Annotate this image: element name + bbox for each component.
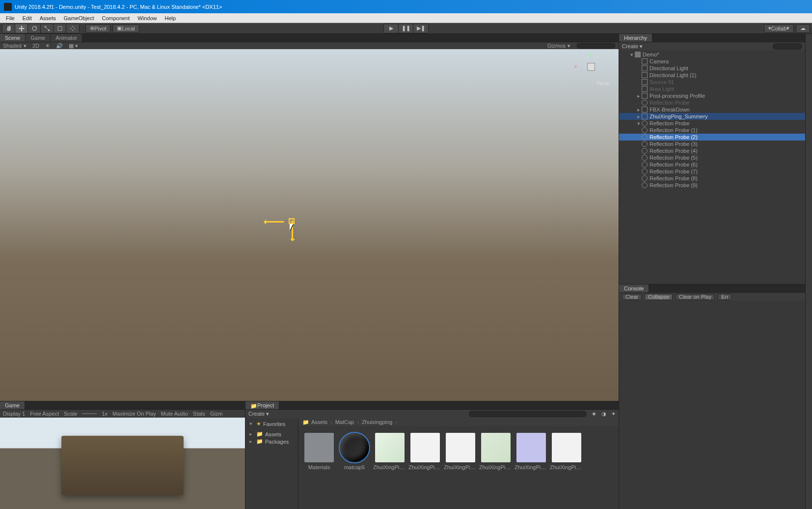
tab-game-bottom[interactable]: Game [0,401,25,409]
unity-icon [4,3,12,11]
tree-assets[interactable]: ▸📁Assets [245,430,298,438]
hierarchy-item[interactable]: Area Light [619,85,805,92]
hierarchy-item[interactable]: ▸Post-processing Profile [619,92,805,99]
asset-item[interactable]: matcap5 [339,433,370,502]
asset-item[interactable]: ZhuiXingPing… [551,433,582,502]
light-toggle-icon[interactable]: ☀ [45,43,50,49]
tab-project[interactable]: 📁Project [245,401,279,409]
hierarchy-item[interactable]: Reflection Probe (1) [619,127,805,134]
stats-toggle[interactable]: Stats [193,411,205,417]
2d-toggle[interactable]: 2D [32,43,39,49]
orientation-cube-icon [587,63,595,71]
collab-dropdown[interactable]: ▾ Collab ▾ [764,24,794,33]
console-collapse-toggle[interactable]: Collapse [645,294,673,300]
asset-item[interactable]: ZhuiXingPing… [480,433,512,502]
gizmos-game-toggle[interactable]: Gizm [210,411,223,417]
hierarchy-item-label: Camera [650,58,669,64]
asset-item[interactable]: Materials [303,433,335,502]
scale-label: Scale [64,411,78,417]
hierarchy-item[interactable]: Reflection Probe [619,99,805,106]
project-search[interactable] [469,411,587,417]
hierarchy-item[interactable]: Reflection Probe (6) [619,161,805,168]
tab-animator[interactable]: Animator [51,34,82,42]
asset-item[interactable]: ZhuiXingPing… [409,433,441,502]
audio-toggle-icon[interactable]: 🔊 [56,43,63,49]
asset-name-label: ZhuiXingPing… [514,464,548,470]
menu-edit[interactable]: Edit [19,14,36,22]
tab-console[interactable]: Console [619,284,649,292]
rotate-tool[interactable] [28,24,41,33]
mouse-cursor-icon [290,224,297,233]
cloud-button[interactable]: ☁ [796,24,810,33]
menu-file[interactable]: File [2,14,19,22]
save-search-icon[interactable]: ✦ [611,411,616,417]
hierarchy-item[interactable]: Camera [619,58,805,65]
aspect-dropdown[interactable]: Free Aspect [30,411,59,417]
display-dropdown[interactable]: Display 1 [3,411,25,417]
play-button[interactable]: ▶ [384,24,399,33]
hierarchy-item[interactable]: Reflection Probe (7) [619,168,805,175]
asset-item[interactable]: ZhuiXingPing… [445,433,476,502]
asset-name-label: ZhuiXingPing… [550,464,583,470]
crumb-assets[interactable]: 📁Assets [302,419,327,425]
hierarchy-item-label: Post-processing Profile [650,93,705,99]
transform-tool[interactable] [66,24,79,33]
hand-tool[interactable] [2,24,15,33]
tab-hierarchy[interactable]: Hierarchy [619,34,652,42]
hierarchy-item[interactable]: ▸ZhuiXingPing_Summery [619,113,805,120]
shading-mode-dropdown[interactable]: Shaded ▾ [3,43,27,49]
asset-item[interactable]: ZhuiXingPing… [515,433,547,502]
hierarchy-item[interactable]: Reflection Probe (8) [619,175,805,182]
menu-component[interactable]: Component [98,14,134,22]
menu-help[interactable]: Help [161,14,180,22]
asset-item[interactable]: ZhuiXingPing… [374,433,406,502]
game-tab-row: Game [0,401,245,410]
hierarchy-item[interactable]: ▸FBX-BreakDown [619,106,805,113]
perspective-label[interactable]: Persp [597,81,610,86]
scene-viewport[interactable]: y x Persp [0,49,619,401]
crumb-matcap[interactable]: MatCap [335,419,354,425]
hierarchy-item[interactable]: Reflection Probe (3) [619,141,805,147]
rect-tool[interactable] [54,24,66,33]
filter-icon[interactable]: ★ [592,411,596,417]
tab-game[interactable]: Game [26,34,51,42]
menu-window[interactable]: Window [134,14,161,22]
tree-favorites[interactable]: ▾★Favorites [245,420,298,427]
move-tool[interactable] [15,24,28,33]
tab-scene[interactable]: Scene [0,34,26,42]
hierarchy-item[interactable]: Reflection Probe (4) [619,147,805,154]
hierarchy-item[interactable]: Reflection Probe (2) [619,134,805,141]
menu-assets[interactable]: Assets [36,14,60,22]
step-button[interactable]: ▶❚ [413,24,428,33]
scale-tool[interactable] [41,24,54,33]
crumb-zhuixingping[interactable]: Zhuixingping [362,419,392,425]
hierarchy-item[interactable]: ▾Reflection Probe [619,120,805,127]
inspector-collapsed-strip[interactable] [805,34,812,509]
project-breadcrumb: 📁Assets› MatCap› Zhuixingping› [298,418,619,426]
console-error-pause-toggle[interactable]: Err [718,294,732,300]
hierarchy-item[interactable]: Source 01 [619,79,805,85]
console-clear-button[interactable]: Clear [622,294,642,300]
filter-type-icon[interactable]: ◑ [601,411,606,417]
gizmos-dropdown[interactable]: Gizmos ▾ [547,43,570,49]
handle-rotation-toggle[interactable]: ▣ Local [112,24,139,33]
tree-packages[interactable]: ▸📁Packages [245,438,298,445]
hierarchy-scene-row[interactable]: ▾Demo* [619,51,805,58]
orientation-gizmo[interactable]: y x [577,53,605,81]
scene-search[interactable] [576,43,616,49]
hierarchy-item[interactable]: Reflection Probe (9) [619,182,805,189]
project-create-dropdown[interactable]: Create ▾ [248,411,269,417]
fx-toggle-icon[interactable]: ▦ ▾ [69,43,78,49]
hierarchy-item[interactable]: Directional Light (1) [619,72,805,79]
hierarchy-search[interactable] [773,43,802,50]
hierarchy-create-dropdown[interactable]: Create ▾ [622,43,643,50]
menu-gameobject[interactable]: GameObject [60,14,98,22]
pivot-toggle[interactable]: ⊕ Pivot [85,24,110,33]
maximize-toggle[interactable]: Maximize On Play [112,411,156,417]
hierarchy-item[interactable]: Reflection Probe (5) [619,154,805,161]
console-clear-on-play-toggle[interactable]: Clear on Play [676,294,715,300]
hierarchy-item[interactable]: Directional Light [619,65,805,72]
pause-button[interactable]: ❚❚ [399,24,413,33]
mute-toggle[interactable]: Mute Audio [161,411,188,417]
scale-slider[interactable] [82,413,97,414]
